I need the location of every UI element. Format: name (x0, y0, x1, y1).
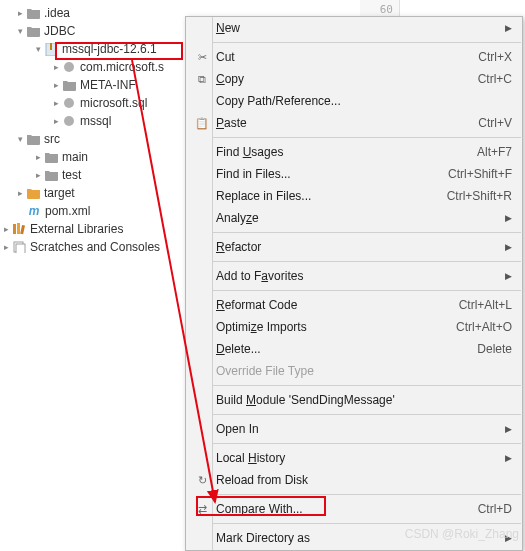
tree-item-mssql[interactable]: ▸ mssql (0, 112, 185, 130)
expand-icon[interactable]: ▸ (50, 80, 62, 90)
menu-reformat[interactable]: Reformat Code Ctrl+Alt+L (186, 294, 522, 316)
menu-override-file-type: Override File Type (186, 360, 522, 382)
package-icon (62, 114, 76, 128)
svg-rect-1 (50, 43, 52, 50)
folder-icon (62, 78, 76, 92)
svg-rect-5 (13, 224, 16, 234)
menu-label: Find in Files... (210, 167, 448, 181)
tree-item-pom[interactable]: m pom.xml (0, 202, 185, 220)
menu-paste[interactable]: 📋 Paste Ctrl+V (186, 112, 522, 134)
menu-add-favorites[interactable]: Add to Favorites ▶ (186, 265, 522, 287)
menu-separator (213, 494, 521, 495)
menu-open-in[interactable]: Open In ▶ (186, 418, 522, 440)
paste-icon: 📋 (194, 117, 210, 130)
tree-item-metainf[interactable]: ▸ META-INF (0, 76, 185, 94)
tree-item-jdbc[interactable]: ▾ JDBC (0, 22, 185, 40)
tree-item-test[interactable]: ▸ test (0, 166, 185, 184)
collapse-icon[interactable]: ▾ (14, 134, 26, 144)
folder-icon (44, 150, 58, 164)
collapse-icon[interactable]: ▾ (14, 26, 26, 36)
watermark: CSDN @Roki_Zhang (405, 527, 519, 541)
tree-item-target[interactable]: ▸ target (0, 184, 185, 202)
expand-icon[interactable]: ▸ (50, 62, 62, 72)
expand-icon[interactable]: ▸ (50, 116, 62, 126)
folder-icon (26, 132, 40, 146)
menu-label: Local History (210, 451, 497, 465)
libraries-icon (12, 222, 26, 236)
menu-cut[interactable]: ✂ Cut Ctrl+X (186, 46, 522, 68)
tree-label: src (44, 132, 60, 146)
menu-separator (213, 443, 521, 444)
menu-replace-in-files[interactable]: Replace in Files... Ctrl+Shift+R (186, 185, 522, 207)
menu-label: Override File Type (210, 364, 512, 378)
collapse-icon[interactable]: ▾ (32, 44, 44, 54)
tree-label: test (62, 168, 81, 182)
tree-label: microsoft.sql (80, 96, 147, 110)
expand-icon[interactable]: ▸ (32, 152, 44, 162)
menu-build-module[interactable]: Build Module 'SendDingMessage' (186, 389, 522, 411)
expand-icon[interactable]: ▸ (14, 188, 26, 198)
menu-separator (213, 385, 521, 386)
package-icon (62, 96, 76, 110)
expand-icon[interactable]: ▸ (0, 242, 12, 252)
menu-shortcut: Ctrl+V (478, 116, 512, 130)
menu-separator (213, 42, 521, 43)
menu-refactor[interactable]: Refactor ▶ (186, 236, 522, 258)
menu-copy-path[interactable]: Copy Path/Reference... (186, 90, 522, 112)
menu-optimize-imports[interactable]: Optimize Imports Ctrl+Alt+O (186, 316, 522, 338)
tree-item-scratches[interactable]: ▸ Scratches and Consoles (0, 238, 185, 256)
tree-label: pom.xml (45, 204, 90, 218)
tree-label: mssql (80, 114, 111, 128)
menu-compare-with[interactable]: ⇄ Compare With... Ctrl+D (186, 498, 522, 520)
menu-label: Refactor (210, 240, 497, 254)
tree-label: main (62, 150, 88, 164)
menu-shortcut: Ctrl+Shift+F (448, 167, 512, 181)
tree-item-ms-sql[interactable]: ▸ microsoft.sql (0, 94, 185, 112)
menu-find-usages[interactable]: Find Usages Alt+F7 (186, 141, 522, 163)
folder-icon (26, 6, 40, 20)
menu-find-in-files[interactable]: Find in Files... Ctrl+Shift+F (186, 163, 522, 185)
package-icon (62, 60, 76, 74)
submenu-arrow-icon: ▶ (505, 213, 512, 223)
tree-label: External Libraries (30, 222, 123, 236)
submenu-arrow-icon: ▶ (505, 453, 512, 463)
context-menu: New ▶ ✂ Cut Ctrl+X ⧉ Copy Ctrl+C Copy Pa… (185, 16, 523, 551)
tree-item-mssql-jdbc[interactable]: ▾ mssql-jdbc-12.6.1 (0, 40, 185, 58)
menu-local-history[interactable]: Local History ▶ (186, 447, 522, 469)
menu-shortcut: Ctrl+X (478, 50, 512, 64)
tree-label: com.microsoft.s (80, 60, 164, 74)
expand-icon[interactable]: ▸ (0, 224, 12, 234)
compare-icon: ⇄ (194, 503, 210, 516)
menu-separator (213, 261, 521, 262)
menu-shortcut: Ctrl+C (478, 72, 512, 86)
tree-item-external-libraries[interactable]: ▸ External Libraries (0, 220, 185, 238)
tree-item-com-ms[interactable]: ▸ com.microsoft.s (0, 58, 185, 76)
folder-icon (44, 168, 58, 182)
menu-separator (213, 290, 521, 291)
expand-icon[interactable]: ▸ (14, 8, 26, 18)
menu-shortcut: Alt+F7 (477, 145, 512, 159)
expand-icon[interactable]: ▸ (32, 170, 44, 180)
menu-shortcut: Ctrl+Shift+R (447, 189, 512, 203)
menu-label: New (210, 21, 497, 35)
svg-rect-9 (16, 244, 25, 253)
expand-icon[interactable]: ▸ (50, 98, 62, 108)
menu-reload-disk[interactable]: ↻ Reload from Disk (186, 469, 522, 491)
menu-label: Replace in Files... (210, 189, 447, 203)
project-tree[interactable]: ▸ .idea ▾ JDBC ▾ mssql-jdbc-12.6.1 ▸ com… (0, 0, 185, 551)
menu-label: Find Usages (210, 145, 477, 159)
menu-label: Add to Favorites (210, 269, 497, 283)
tree-item-main[interactable]: ▸ main (0, 148, 185, 166)
menu-shortcut: Ctrl+Alt+O (456, 320, 512, 334)
menu-new[interactable]: New ▶ (186, 17, 522, 39)
tree-label: Scratches and Consoles (30, 240, 160, 254)
menu-analyze[interactable]: Analyze ▶ (186, 207, 522, 229)
tree-item-src[interactable]: ▾ src (0, 130, 185, 148)
menu-delete[interactable]: Delete... Delete (186, 338, 522, 360)
tree-item-idea[interactable]: ▸ .idea (0, 4, 185, 22)
svg-point-3 (64, 98, 74, 108)
folder-excluded-icon (26, 186, 40, 200)
menu-label: Paste (210, 116, 478, 130)
menu-copy[interactable]: ⧉ Copy Ctrl+C (186, 68, 522, 90)
folder-icon (26, 24, 40, 38)
